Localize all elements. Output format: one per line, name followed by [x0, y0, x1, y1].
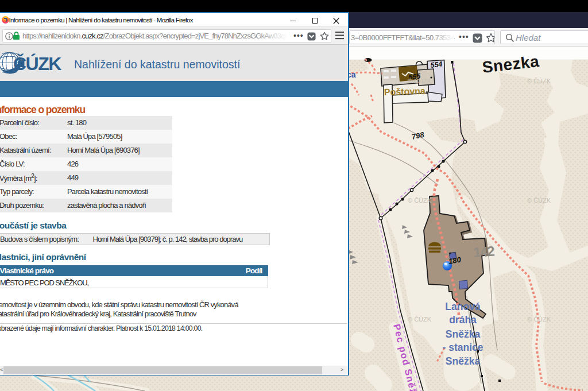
svg-text:dráha: dráha — [449, 314, 477, 326]
svg-text:Sněžka: Sněžka — [446, 328, 481, 340]
svg-text:© ČÚZK: © ČÚZK — [527, 316, 551, 323]
svg-text:© ČÚZK: © ČÚZK — [527, 78, 551, 84]
svg-text:Poštovna: Poštovna — [384, 86, 426, 97]
svg-text:- stanice: - stanice — [443, 342, 483, 353]
svg-text:© ČÚZK: © ČÚZK — [408, 78, 432, 84]
svg-text:© ČÚZK: © ČÚZK — [527, 197, 551, 204]
svg-text:Sněžka: Sněžka — [446, 355, 481, 367]
svg-text:142: 142 — [473, 243, 494, 260]
svg-text:© ČÚZK: © ČÚZK — [408, 316, 432, 323]
svg-text:© ČÚZK: © ČÚZK — [408, 197, 432, 204]
svg-text:554: 554 — [430, 60, 443, 69]
svg-text:Lanová: Lanová — [445, 301, 481, 312]
